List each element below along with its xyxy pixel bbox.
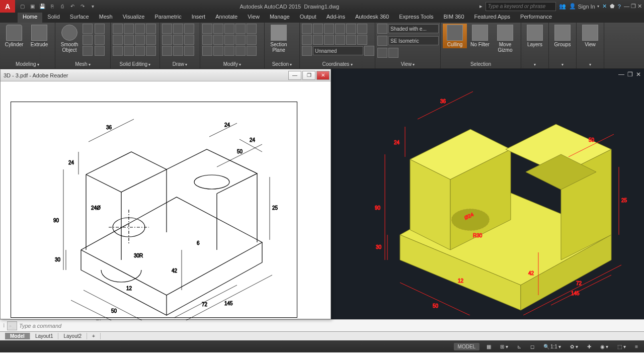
modify-tool[interactable] [224,24,234,34]
move-gizmo-button[interactable]: Move Gizmo [493,24,517,54]
ribbon-tab-surface[interactable]: Surface [65,13,94,23]
panel-modeling[interactable]: Modeling [2,61,53,67]
pdf-maximize-button[interactable]: ❐ [302,71,315,80]
solid-edit-tool[interactable] [135,35,145,45]
ribbon-tab-add-ins[interactable]: Add-ins [321,13,350,23]
ucs-tool[interactable] [335,24,345,34]
solid-edit-tool[interactable] [135,46,145,56]
panel-layers[interactable] [523,61,546,67]
visual-style-dropdown[interactable] [388,24,439,33]
groups-button[interactable]: Groups [551,24,574,48]
exchange-icon[interactable]: ✕ [602,3,607,10]
modify-tool[interactable] [202,24,212,34]
ucs-tool[interactable] [357,24,367,34]
solid-edit-tool[interactable] [113,24,123,34]
ribbon-tab-parametric[interactable]: Parametric [149,13,186,23]
ribbon-tab-output[interactable]: Output [295,13,321,23]
view-button[interactable]: View [579,24,602,48]
panel-groups[interactable] [551,61,574,67]
viewport-close-icon[interactable]: ✕ [636,71,641,78]
search-play-icon[interactable]: ▸ [479,3,482,10]
modify-tool[interactable] [247,46,257,56]
modify-tool[interactable] [213,35,223,45]
ucs-tool[interactable] [313,35,323,45]
ribbon-tab-home[interactable]: Home [18,13,42,23]
ribbon-tab-annotate[interactable]: Annotate [210,13,243,23]
ribbon-tab-view[interactable]: View [243,13,265,23]
ribbon-tab-mesh[interactable]: Mesh [94,13,118,23]
draw-tool[interactable] [173,35,183,45]
ribbon-tab-autodesk-360[interactable]: Autodesk 360 [350,13,394,23]
status-custom-icon[interactable]: ≡ [633,344,640,349]
status-grid-icon[interactable]: ▦ [485,344,493,349]
status-model-button[interactable]: MODEL [454,343,480,350]
panel-solid-editing[interactable]: Solid Editing [113,61,157,67]
smooth-object-button[interactable]: Smooth Object [57,24,82,54]
ucs-tool[interactable] [302,35,312,45]
cylinder-button[interactable]: Cylinder [2,24,26,48]
panel-view2[interactable] [579,61,602,67]
mesh-tool[interactable] [83,35,93,45]
ribbon-tab-express-tools[interactable]: Express Tools [394,13,438,23]
layout-tab-add[interactable]: + [87,333,101,339]
status-osnap-icon[interactable]: ◻ [528,344,536,349]
modify-tool[interactable] [202,46,212,56]
viewport-minimize-icon[interactable]: — [618,71,624,78]
status-snap-icon[interactable]: ⊞ ▾ [498,344,510,349]
modify-tool[interactable] [213,24,223,34]
ucs-tool[interactable] [313,24,323,34]
status-ortho-icon[interactable]: ⊾ [515,344,523,349]
modify-tool[interactable] [235,46,246,56]
ucs-name-input[interactable] [313,46,363,55]
layout-tab-layout1[interactable]: Layout1 [30,333,59,339]
qat-undo-icon[interactable]: ↶ [68,3,76,11]
status-iso-icon[interactable]: ⬚ ▾ [615,344,628,349]
qat-dropdown-icon[interactable]: ▾ [89,3,97,11]
culling-button[interactable]: Culling [443,24,467,48]
layers-button[interactable]: Layers [523,24,546,48]
mesh-tool[interactable] [83,24,93,34]
pdf-body[interactable]: 90 24 36 24 24 50 25 30 24Ø 30R 42 12 6 … [1,81,331,319]
view-tool[interactable] [388,48,398,58]
viewport-3d[interactable]: — ❐ ✕ [332,69,644,319]
panel-section[interactable]: Section [267,61,297,67]
draw-tool[interactable] [173,46,183,56]
status-gear-icon[interactable]: ✿ ▾ [568,344,580,349]
draw-tool[interactable] [162,35,172,45]
ucs-tool[interactable] [357,35,367,45]
pdf-minimize-button[interactable]: — [288,71,301,80]
panel-coordinates[interactable]: Coordinates [302,61,373,67]
modify-tool[interactable] [235,35,246,45]
modify-tool[interactable] [224,46,234,56]
solid-edit-tool[interactable] [124,46,134,56]
panel-modify[interactable]: Modify [202,61,262,67]
signin-button[interactable]: 👤Sign In▾ [569,3,599,10]
search-icon[interactable]: 👥 [559,3,566,10]
draw-tool[interactable] [162,24,172,34]
minimize-button[interactable]: — [624,3,629,9]
app-logo[interactable]: A [0,0,15,13]
solid-edit-tool[interactable] [113,35,123,45]
ribbon-tab-manage[interactable]: Manage [265,13,295,23]
extrude-button[interactable]: Extrude [27,24,51,48]
help-icon[interactable]: ? [618,4,621,10]
viewport-maximize-icon[interactable]: ❐ [627,71,633,78]
draw-tool[interactable] [162,46,172,56]
draw-tool[interactable] [184,46,194,56]
mesh-tool[interactable] [95,35,105,45]
ribbon-tab-solid[interactable]: Solid [42,13,64,23]
ucs-icon[interactable] [302,46,312,56]
section-plane-button[interactable]: Section Plane [267,24,291,54]
qat-open-icon[interactable]: ▣ [28,3,36,11]
modify-tool[interactable] [224,35,234,45]
qat-print-icon[interactable]: ⎙ [58,3,66,11]
search-input[interactable] [486,2,556,11]
ucs-tool[interactable] [302,24,312,34]
modify-tool[interactable] [213,46,223,56]
ribbon-tab-performance[interactable]: Performance [515,13,557,23]
solid-edit-tool[interactable] [146,24,156,34]
cloud-icon[interactable]: ⬟ [610,3,615,10]
cmd-prompt-icon[interactable]: ▸_ [7,321,17,330]
panel-draw[interactable]: Draw [162,61,198,67]
status-scale[interactable]: 🔍 1:1 ▾ [541,344,563,349]
